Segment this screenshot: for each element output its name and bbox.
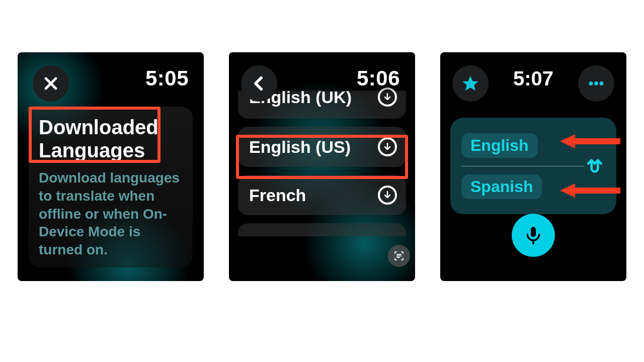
swap-icon: [585, 156, 604, 175]
panel-title: Downloaded Languages: [39, 116, 183, 162]
favorites-button[interactable]: [452, 65, 489, 102]
panel-description: Download languages to translate when off…: [39, 169, 183, 259]
scan-text-button[interactable]: [388, 245, 410, 267]
status-time: 5:05: [145, 66, 189, 90]
target-language-chip[interactable]: Spanish: [461, 174, 542, 199]
language-pair-panel[interactable]: English Spanish: [450, 118, 616, 214]
star-icon: [461, 74, 479, 93]
status-time: 5:06: [357, 66, 400, 90]
download-button[interactable]: [378, 137, 397, 156]
download-icon: [382, 92, 392, 102]
close-button[interactable]: [33, 65, 69, 102]
watch-screen-2: 5:06 English (UK) English (US) French: [229, 52, 415, 281]
svg-point-9: [589, 81, 593, 85]
ellipsis-icon: [587, 74, 605, 93]
language-row[interactable]: French: [238, 175, 406, 215]
microphone-button[interactable]: [512, 214, 555, 257]
downloaded-languages-panel[interactable]: Downloaded Languages Download languages …: [29, 107, 193, 267]
divider: [461, 166, 584, 166]
download-button[interactable]: [378, 186, 397, 205]
language-label: French: [249, 186, 306, 205]
target-language-label: Spanish: [470, 177, 533, 196]
source-language-chip[interactable]: English: [461, 133, 538, 158]
swap-languages-button[interactable]: [584, 156, 605, 175]
more-button[interactable]: [578, 65, 614, 102]
close-icon: [42, 75, 59, 92]
download-icon: [382, 142, 392, 152]
source-language-label: English: [470, 136, 529, 155]
svg-point-10: [594, 81, 598, 85]
microphone-icon: [523, 225, 543, 245]
language-row[interactable]: [238, 223, 406, 236]
svg-marker-8: [462, 76, 478, 90]
back-button[interactable]: [241, 65, 277, 102]
svg-rect-12: [531, 227, 536, 237]
language-list[interactable]: English (UK) English (US) French: [238, 90, 406, 236]
chevron-left-icon: [251, 75, 268, 92]
download-icon: [382, 190, 392, 200]
svg-point-11: [600, 81, 604, 85]
watch-screen-3: 5:07 English Spanish: [440, 52, 626, 281]
language-row[interactable]: English (US): [238, 127, 406, 167]
scan-text-icon: [393, 250, 405, 262]
language-label: English (US): [249, 137, 351, 157]
watch-screen-1: 5:05 Downloaded Languages Download langu…: [18, 52, 204, 281]
